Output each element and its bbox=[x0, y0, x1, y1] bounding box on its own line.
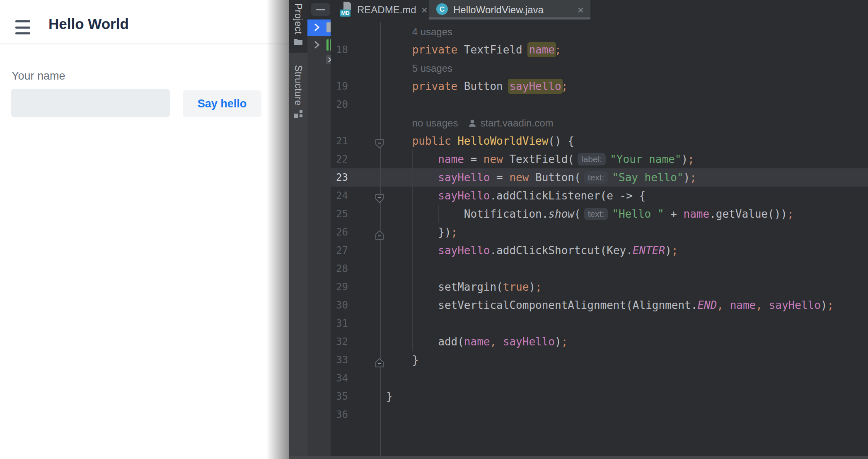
fold-start-marker-icon[interactable] bbox=[375, 136, 384, 146]
project-tree-row-selected[interactable] bbox=[307, 19, 331, 36]
code-text: sayHello.addClickListener(e -> { bbox=[386, 189, 646, 202]
chevron-right-icon[interactable] bbox=[313, 22, 320, 34]
code-text: add(name, sayHello); bbox=[386, 335, 568, 348]
line-number[interactable]: 21 bbox=[331, 132, 348, 150]
line-number[interactable]: 36 bbox=[331, 406, 348, 424]
line-number[interactable]: 18 bbox=[331, 41, 348, 59]
code-line[interactable]: 32 add(name, sayHello); bbox=[331, 333, 868, 351]
tab-label: HelloWorldView.java bbox=[453, 4, 544, 16]
code-token: ; bbox=[672, 244, 678, 257]
code-line[interactable]: 26 }); bbox=[331, 223, 868, 241]
inlay-hint-line[interactable]: 4 usages bbox=[331, 22, 868, 41]
code-line[interactable]: 20 bbox=[331, 95, 868, 114]
code-token: setMargin( bbox=[438, 281, 503, 293]
line-number[interactable]: 26 bbox=[331, 223, 348, 241]
fold-start-marker-icon[interactable] bbox=[375, 191, 384, 201]
line-number[interactable]: 31 bbox=[331, 314, 348, 333]
code-token: sayHello bbox=[438, 189, 490, 202]
code-token: ) bbox=[555, 335, 561, 348]
close-icon[interactable]: × bbox=[578, 5, 584, 15]
code-line[interactable]: 25 Notification.show(text:"Hello " + nam… bbox=[331, 205, 868, 223]
project-tree-row[interactable] bbox=[307, 53, 331, 71]
code-token bbox=[386, 299, 438, 311]
project-tree-row[interactable] bbox=[307, 36, 331, 53]
hide-tool-window-button[interactable] bbox=[311, 3, 330, 16]
inlay-hint-line[interactable]: 5 usages bbox=[331, 59, 868, 77]
close-icon[interactable]: × bbox=[421, 5, 428, 15]
name-input[interactable] bbox=[11, 89, 170, 117]
line-number[interactable]: 33 bbox=[331, 351, 348, 369]
code-text: Notification.show(text:"Hello " + name.g… bbox=[386, 208, 794, 220]
code-token bbox=[386, 25, 412, 38]
code-line[interactable]: 30 setVerticalComponentAlignment(Alignme… bbox=[331, 296, 868, 314]
inlay-text: 5 usages bbox=[386, 62, 452, 74]
code-token: show bbox=[548, 208, 574, 220]
say-hello-button[interactable]: Say hello bbox=[183, 90, 261, 117]
code-line[interactable]: 34 bbox=[331, 369, 868, 387]
tool-stripe-structure-button[interactable]: Structure bbox=[289, 62, 307, 125]
fold-end-marker-icon[interactable] bbox=[375, 227, 384, 237]
code-line[interactable]: 31 bbox=[331, 314, 868, 333]
line-number[interactable]: 20 bbox=[331, 95, 348, 114]
tool-stripe-project-button[interactable]: Project bbox=[289, 0, 307, 53]
code-line[interactable]: 21 public HelloWorldView() { bbox=[331, 132, 868, 150]
chevron-right-icon[interactable] bbox=[313, 40, 320, 51]
line-number[interactable]: 30 bbox=[331, 296, 348, 314]
code-line[interactable]: 22 name = new TextField(label:"Your name… bbox=[331, 150, 868, 168]
code-line[interactable]: 24 sayHello.addClickListener(e -> { bbox=[331, 187, 868, 205]
expand-chevron-icon[interactable] bbox=[326, 55, 331, 64]
line-number[interactable]: 28 bbox=[331, 260, 348, 278]
code-line[interactable]: 33 } bbox=[331, 351, 868, 369]
code-line[interactable]: 36 bbox=[331, 406, 868, 424]
line-number[interactable]: 23 bbox=[331, 168, 348, 187]
app-header: Hello World bbox=[0, 0, 289, 44]
usages-hint[interactable]: no usages bbox=[412, 117, 458, 129]
code-text: public HelloWorldView() { bbox=[386, 135, 574, 147]
code-line[interactable]: 18 private TextField name; bbox=[331, 41, 868, 59]
code-token bbox=[386, 244, 438, 257]
code-line[interactable]: 27 sayHello.addClickShortcut(Key.ENTER); bbox=[331, 241, 868, 260]
code-token: }) bbox=[438, 226, 451, 238]
code-token bbox=[386, 335, 438, 348]
code-token: ; bbox=[688, 153, 694, 165]
code-token: ; bbox=[827, 299, 834, 311]
code-token: ; bbox=[535, 281, 542, 293]
line-number[interactable]: 24 bbox=[331, 187, 348, 205]
line-number[interactable]: 34 bbox=[331, 369, 348, 387]
usages-hint[interactable]: 4 usages bbox=[412, 26, 452, 37]
hamburger-icon[interactable] bbox=[15, 20, 30, 34]
line-number[interactable]: 32 bbox=[331, 333, 348, 351]
module-icon bbox=[326, 39, 331, 51]
usages-hint[interactable]: start.vaadin.com bbox=[480, 117, 553, 129]
parameter-hint: label: bbox=[578, 153, 606, 165]
line-number[interactable]: 35 bbox=[331, 387, 348, 406]
tool-window-stripe: Project Structure bbox=[289, 0, 307, 456]
code-token: setVerticalComponentAlignment(Alignment. bbox=[438, 299, 697, 311]
line-number[interactable]: 29 bbox=[331, 278, 348, 296]
code-token: + bbox=[664, 208, 684, 220]
tab-readme[interactable]: MD README.md × bbox=[333, 0, 434, 19]
ide-window: Project Structure bbox=[289, 0, 868, 459]
code-editor[interactable]: 4 usages18 private TextField name; 5 usa… bbox=[331, 19, 868, 456]
code-token: private bbox=[412, 80, 458, 92]
code-token bbox=[386, 153, 438, 165]
code-token: ) bbox=[681, 153, 688, 165]
author-icon[interactable] bbox=[468, 114, 477, 133]
usages-hint[interactable]: 5 usages bbox=[412, 63, 452, 74]
fold-end-marker-icon[interactable] bbox=[375, 355, 384, 365]
line-number[interactable]: 27 bbox=[331, 241, 348, 260]
code-line[interactable]: 23 sayHello = new Button(text:"Say hello… bbox=[331, 168, 868, 187]
tab-helloworldview[interactable]: C HelloWorldView.java × bbox=[429, 0, 590, 19]
line-number[interactable]: 25 bbox=[331, 205, 348, 223]
structure-stripe-label: Structure bbox=[293, 65, 304, 106]
inlay-hint-line[interactable]: no usagesstart.vaadin.com bbox=[331, 114, 868, 132]
code-line[interactable]: 28 bbox=[331, 260, 868, 278]
code-token: sayHello bbox=[503, 335, 555, 348]
code-line[interactable]: 19 private Button sayHello; bbox=[331, 77, 868, 95]
code-token bbox=[496, 335, 503, 348]
line-number[interactable]: 19 bbox=[331, 77, 348, 95]
code-line[interactable]: 35} bbox=[331, 387, 868, 406]
line-number[interactable]: 22 bbox=[331, 150, 348, 168]
code-line[interactable]: 29 setMargin(true); bbox=[331, 278, 868, 296]
code-token: name bbox=[684, 208, 710, 220]
